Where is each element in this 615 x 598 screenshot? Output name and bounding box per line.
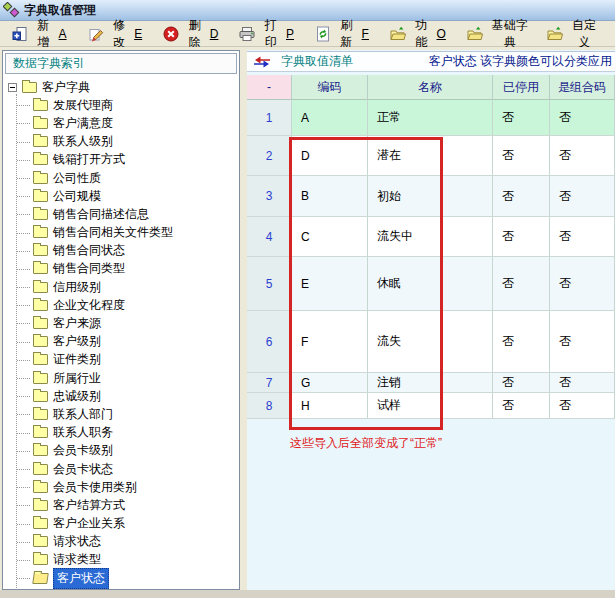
stopped-cell[interactable]: 否 xyxy=(493,393,550,419)
folder-icon xyxy=(22,82,37,93)
tree-item[interactable]: 发展代理商 xyxy=(3,96,239,114)
name-cell[interactable]: 试样 xyxy=(368,393,493,419)
code-cell[interactable]: A xyxy=(292,100,368,136)
combo-cell[interactable]: 否 xyxy=(550,136,615,176)
button-hotkey: D xyxy=(210,27,219,41)
tree-item-label: 客户状态 xyxy=(53,568,109,589)
combo-cell[interactable]: 否 xyxy=(550,217,615,257)
folder-icon xyxy=(33,318,48,329)
combo-cell[interactable]: 否 xyxy=(550,100,615,136)
tree-item[interactable]: 忠诚级别 xyxy=(3,387,239,405)
name-cell[interactable]: 流失中 xyxy=(368,217,493,257)
tree-root-item[interactable]: 客户字典 xyxy=(3,78,239,96)
column-header-stopped[interactable]: 已停用 xyxy=(493,75,550,100)
table-row[interactable]: 1 A 正常 否 否 xyxy=(247,100,615,136)
tree-item-selected[interactable]: 客户状态 xyxy=(3,569,239,587)
tree-item[interactable]: 销售合同状态 xyxy=(3,242,239,260)
table-row[interactable]: 3 B 初始 否 否 xyxy=(247,176,615,217)
name-cell[interactable]: 正常 xyxy=(368,100,493,136)
annotation-text: 这些导入后全部变成了“正常” xyxy=(290,435,442,452)
column-header-name[interactable]: 名称 xyxy=(368,75,493,100)
stopped-cell[interactable]: 否 xyxy=(493,373,550,393)
tree-item[interactable]: 客户企业关系 xyxy=(3,515,239,533)
dictionary-tree: 客户字典 发展代理商 客户满意度 xyxy=(3,78,239,589)
name-cell[interactable]: 休眠 xyxy=(368,257,493,311)
table-row[interactable]: 7 G 注销 否 否 xyxy=(247,373,615,393)
tree-item[interactable]: 客户级别 xyxy=(3,333,239,351)
tree-item[interactable]: 所属行业 xyxy=(3,369,239,387)
value-list-panel: 字典取值清单 客户状态 该字典颜色可以分类应用 - 编码 名称 已停用 是组合码… xyxy=(247,50,615,590)
row-number-cell: 4 xyxy=(247,217,292,257)
tree-item-label: 客户类型 xyxy=(53,588,101,589)
code-cell[interactable]: C xyxy=(292,217,368,257)
tree-item[interactable]: 信用级别 xyxy=(3,278,239,296)
tree-item[interactable]: 客户满意度 xyxy=(3,114,239,132)
combo-cell[interactable]: 否 xyxy=(550,257,615,311)
table-row[interactable]: 6 F 流失 否 否 xyxy=(247,311,615,373)
tree-item[interactable]: 会员卡使用类别 xyxy=(3,478,239,496)
tree-item[interactable]: 联系人职务 xyxy=(3,424,239,442)
name-cell[interactable]: 初始 xyxy=(368,176,493,217)
stopped-cell[interactable]: 否 xyxy=(493,176,550,217)
tree-item[interactable]: 会员卡状态 xyxy=(3,460,239,478)
stopped-cell[interactable]: 否 xyxy=(493,100,550,136)
code-cell[interactable]: B xyxy=(292,176,368,217)
stopped-cell[interactable]: 否 xyxy=(493,257,550,311)
folder-icon xyxy=(33,118,48,129)
name-cell[interactable]: 流失 xyxy=(368,311,493,373)
tree-item-label: 销售合同相关文件类型 xyxy=(53,224,173,241)
tree-item[interactable]: 证件类别 xyxy=(3,351,239,369)
stopped-cell[interactable]: 否 xyxy=(493,311,550,373)
code-cell[interactable]: F xyxy=(292,311,368,373)
folder-icon xyxy=(33,409,48,420)
tree-item[interactable]: 会员卡级别 xyxy=(3,442,239,460)
code-cell[interactable]: D xyxy=(292,136,368,176)
folder-icon xyxy=(33,154,48,165)
folder-icon xyxy=(33,518,48,529)
tree-item[interactable]: 公司规模 xyxy=(3,187,239,205)
tree-item[interactable]: 联系人级别 xyxy=(3,133,239,151)
table-body: 1 A 正常 否 否 2 D 潜在 否 否 xyxy=(247,100,615,419)
tree-item[interactable]: 钱箱打开方式 xyxy=(3,151,239,169)
table-row[interactable]: 2 D 潜在 否 否 xyxy=(247,136,615,176)
folder-icon xyxy=(33,245,48,256)
tree-item[interactable]: 公司性质 xyxy=(3,169,239,187)
tree-item[interactable]: 企业文化程度 xyxy=(3,296,239,314)
row-number-cell: 2 xyxy=(247,136,292,176)
combo-cell[interactable]: 否 xyxy=(550,176,615,217)
combo-cell[interactable]: 否 xyxy=(550,393,615,419)
table-row[interactable]: 4 C 流失中 否 否 xyxy=(247,217,615,257)
column-header-index[interactable]: - xyxy=(247,75,292,100)
panel-title: 字典取值清单 xyxy=(281,53,353,70)
tree-item[interactable]: 联系人部门 xyxy=(3,405,239,423)
stopped-cell[interactable]: 否 xyxy=(493,217,550,257)
name-cell[interactable]: 潜在 xyxy=(368,136,493,176)
tree-item-label: 忠诚级别 xyxy=(53,388,101,405)
tree-item[interactable]: 客户结算方式 xyxy=(3,496,239,514)
code-cell[interactable]: E xyxy=(292,257,368,311)
tree-item[interactable]: 销售合同相关文件类型 xyxy=(3,224,239,242)
tree-item[interactable]: 客户来源 xyxy=(3,314,239,332)
code-cell[interactable]: H xyxy=(292,393,368,419)
tree-item[interactable]: 销售合同描述信息 xyxy=(3,205,239,223)
folder-up-icon xyxy=(467,26,483,42)
tree-item[interactable]: 请求状态 xyxy=(3,533,239,551)
name-cell[interactable]: 注销 xyxy=(368,373,493,393)
tree-item[interactable]: 销售合同类型 xyxy=(3,260,239,278)
combo-cell[interactable]: 否 xyxy=(550,311,615,373)
stopped-cell[interactable]: 否 xyxy=(493,136,550,176)
table-row[interactable]: 8 H 试样 否 否 xyxy=(247,393,615,419)
column-header-code[interactable]: 编码 xyxy=(292,75,368,100)
tree-item[interactable]: 请求类型 xyxy=(3,551,239,569)
combo-cell[interactable]: 否 xyxy=(550,373,615,393)
tree-root-label: 客户字典 xyxy=(42,79,90,96)
tree-item-label: 请求类型 xyxy=(53,551,101,568)
tree-item-partial[interactable]: 客户类型 xyxy=(3,587,239,589)
table-row[interactable]: 5 E 休眠 否 否 xyxy=(247,257,615,311)
folder-icon xyxy=(33,391,48,402)
folder-icon xyxy=(33,227,48,238)
collapse-icon[interactable] xyxy=(8,83,17,92)
folder-icon xyxy=(33,300,48,311)
code-cell[interactable]: G xyxy=(292,373,368,393)
column-header-combo[interactable]: 是组合码 xyxy=(550,75,615,100)
